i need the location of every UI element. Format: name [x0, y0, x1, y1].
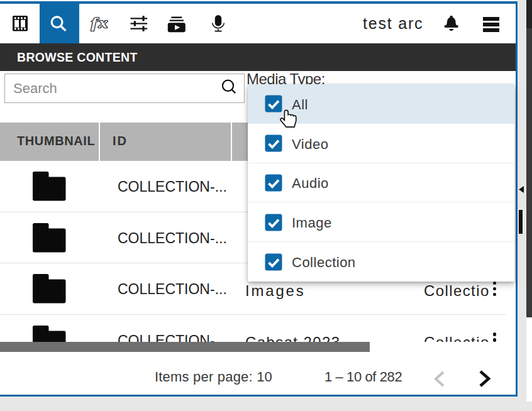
svg-text:fx: fx — [91, 15, 109, 31]
